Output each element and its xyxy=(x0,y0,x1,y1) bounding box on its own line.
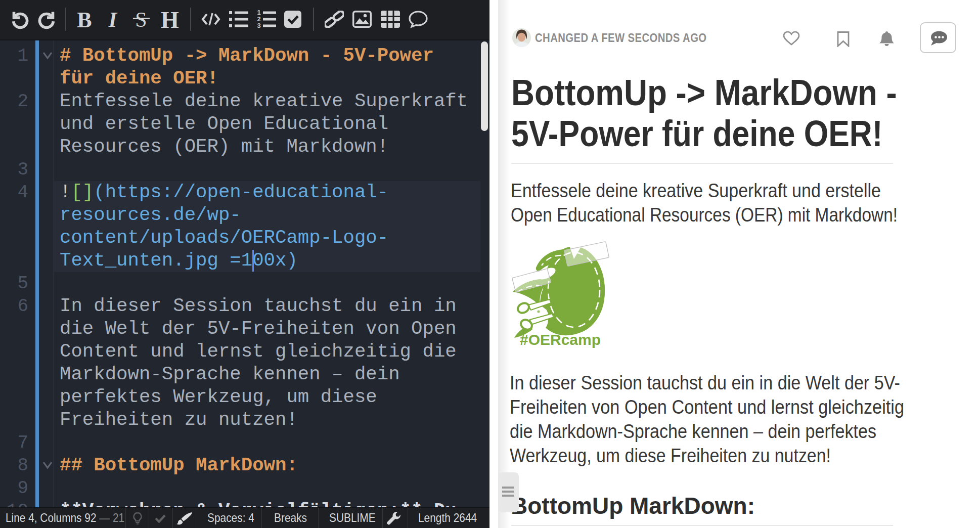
svg-text:3: 3 xyxy=(257,22,260,29)
svg-text:#OERcamp: #OERcamp xyxy=(520,331,601,348)
